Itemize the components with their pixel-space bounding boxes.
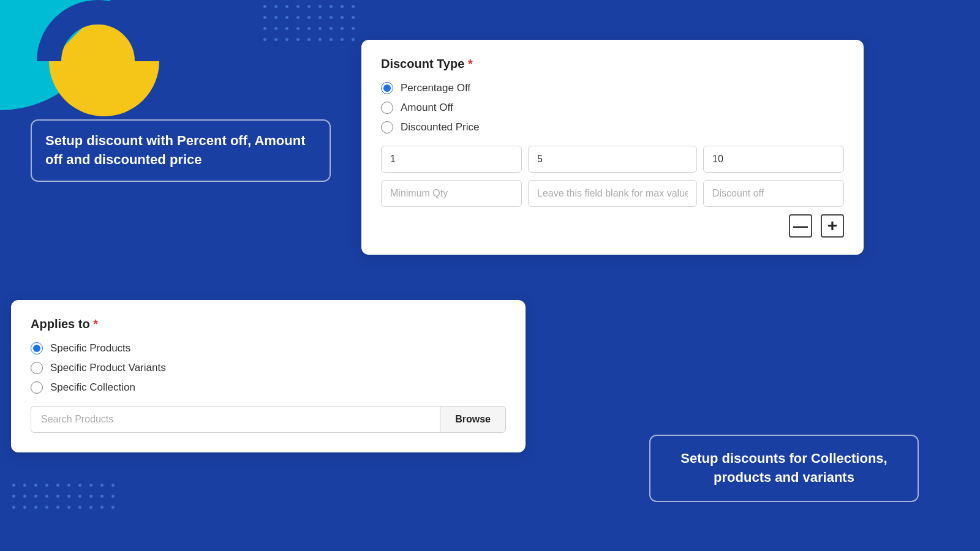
browse-button[interactable]: Browse — [440, 406, 506, 433]
radio-item-specific-products[interactable]: Specific Products — [31, 342, 506, 354]
field-max-value[interactable] — [703, 146, 844, 173]
radio-percentage-off[interactable] — [381, 82, 393, 94]
promo-box-bottom: Setup discounts for Collections, product… — [649, 435, 919, 502]
radio-specific-variants[interactable] — [31, 362, 43, 374]
search-row: Browse — [31, 406, 506, 433]
radio-specific-products[interactable] — [31, 342, 43, 354]
fields-row-1 — [381, 146, 844, 173]
remove-row-button[interactable]: — — [789, 214, 812, 238]
label-specific-collection: Specific Collection — [50, 381, 135, 394]
label-specific-variants: Specific Product Variants — [50, 362, 166, 374]
radio-item-specific-variants[interactable]: Specific Product Variants — [31, 362, 506, 374]
radio-item-percentage-off[interactable]: Percentage Off — [381, 82, 844, 94]
dots-top-decoration: (function(){ const container = document.… — [263, 5, 360, 47]
applies-to-card: Applies to * Specific Products Specific … — [11, 300, 526, 452]
search-products-input[interactable] — [31, 406, 440, 433]
label-discounted-price: Discounted Price — [401, 121, 480, 133]
radio-item-discounted-price[interactable]: Discounted Price — [381, 121, 844, 133]
discount-type-radio-group: Percentage Off Amount Off Discounted Pri… — [381, 82, 844, 133]
promo-box-top: Setup discount with Percent off, Amount … — [31, 119, 331, 182]
field-mid-value[interactable] — [528, 146, 697, 173]
field-discount-off[interactable] — [703, 180, 844, 207]
label-specific-products: Specific Products — [50, 342, 130, 354]
discount-type-card: Discount Type * Percentage Off Amount Of… — [361, 40, 864, 255]
discount-type-title: Discount Type * — [381, 57, 844, 71]
promo-top-text: Setup discount with Percent off, Amount … — [45, 132, 316, 170]
add-row-button[interactable]: + — [821, 214, 844, 238]
radio-specific-collection[interactable] — [31, 381, 43, 394]
field-min-qty[interactable] — [381, 180, 522, 207]
radio-item-specific-collection[interactable]: Specific Collection — [31, 381, 506, 394]
promo-bottom-text: Setup discounts for Collections, product… — [669, 449, 899, 487]
field-min-value[interactable] — [381, 146, 522, 173]
radio-item-amount-off[interactable]: Amount Off — [381, 102, 844, 114]
applies-to-radio-group: Specific Products Specific Product Varia… — [31, 342, 506, 394]
radio-discounted-price[interactable] — [381, 121, 393, 133]
dots-bottom-decoration: (function(){ const container = document.… — [12, 484, 120, 514]
radio-amount-off[interactable] — [381, 102, 393, 114]
applies-to-title: Applies to * — [31, 317, 506, 331]
label-amount-off: Amount Off — [401, 102, 453, 114]
action-row: — + — [381, 214, 844, 238]
fields-row-2 — [381, 180, 844, 207]
label-percentage-off: Percentage Off — [401, 82, 470, 94]
field-max-placeholder[interactable] — [528, 180, 697, 207]
